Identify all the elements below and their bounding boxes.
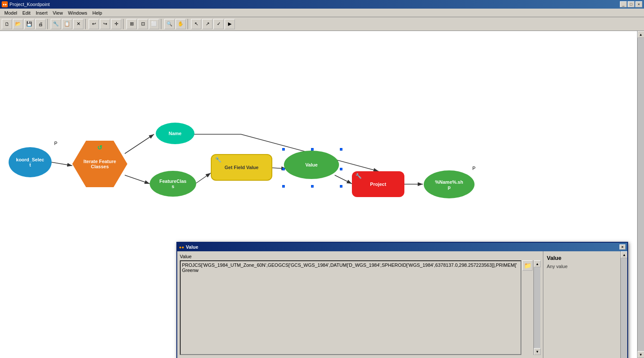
p-label-left: P: [54, 141, 57, 146]
node-name[interactable]: Name: [156, 123, 194, 144]
scroll-up-btn[interactable]: ▲: [534, 260, 541, 267]
selection-handle-mr: [340, 168, 342, 170]
menu-bar: Model Edit Insert View Windows Help: [0, 9, 644, 17]
svg-line-1: [52, 162, 72, 166]
save-button[interactable]: 💾: [24, 19, 34, 29]
sep2: [85, 19, 87, 29]
node-get-field-value[interactable]: 🔧 Get Field Value: [211, 154, 272, 181]
main-scroll-up[interactable]: ▲: [638, 31, 644, 38]
dialog-inner-scrollbar[interactable]: ▲ ▼: [533, 260, 540, 355]
sep1: [47, 19, 49, 29]
sep3: [123, 19, 125, 29]
node-value[interactable]: Value: [284, 151, 339, 179]
svg-line-4: [195, 173, 211, 184]
undo-button[interactable]: ↩: [89, 19, 99, 29]
value-dialog: ●● Value × Value 📁 ▲: [176, 242, 628, 358]
add-element-button[interactable]: ✛: [111, 19, 121, 29]
svg-line-6: [335, 175, 352, 184]
run-button[interactable]: ▶: [225, 19, 235, 29]
dialog-right-scrollbar[interactable]: ▲ ▼: [620, 251, 627, 358]
selection-handle-tl: [282, 148, 285, 151]
menu-insert[interactable]: Insert: [33, 9, 50, 16]
pointer-button[interactable]: ↖: [191, 19, 201, 29]
sep5: [188, 19, 189, 29]
dialog-field-label: Value: [180, 254, 540, 259]
dialog-help-title: Value: [547, 255, 617, 261]
selection-handle-bc: [311, 185, 314, 188]
menu-windows[interactable]: Windows: [65, 9, 90, 16]
close-button[interactable]: ×: [635, 1, 642, 7]
maximize-button[interactable]: □: [628, 1, 635, 7]
copy-button[interactable]: 📋: [62, 19, 72, 29]
svg-line-2: [125, 134, 154, 154]
menu-edit[interactable]: Edit: [20, 9, 33, 16]
node-iterate-feature-classes[interactable]: Iterate Feature Classes ↺: [72, 141, 127, 187]
dialog-input-row: 📁 ▲ ▼: [180, 260, 540, 355]
menu-model[interactable]: Model: [2, 9, 20, 16]
print-button[interactable]: 🖨: [35, 19, 46, 29]
app-icon: ●●: [2, 1, 8, 7]
dialog-title-bar[interactable]: ●● Value ×: [177, 243, 627, 251]
dialog-value-input[interactable]: [180, 260, 521, 355]
open-button[interactable]: 📂: [13, 19, 23, 29]
select-button[interactable]: ⊡: [138, 19, 148, 29]
grid-button[interactable]: ⊞: [126, 19, 137, 29]
delete-button[interactable]: ✕: [73, 19, 83, 29]
node-koord-select[interactable]: koord_Selec t: [9, 147, 52, 177]
node-feature-classes[interactable]: FeatureClas s: [150, 171, 196, 197]
menu-view[interactable]: View: [50, 9, 65, 16]
node-project[interactable]: 🔧 Project: [352, 171, 404, 197]
dialog-browse-button[interactable]: 📁: [522, 260, 533, 271]
right-scroll-up[interactable]: ▲: [621, 251, 627, 258]
window-title: Project_Koordpoint: [9, 2, 50, 7]
diagram-canvas[interactable]: P koord_Selec t Iterate Feature Classes …: [0, 31, 637, 358]
sep4: [161, 19, 163, 29]
main-scroll-down[interactable]: ▼: [638, 351, 644, 358]
dialog-title: Value: [186, 244, 198, 250]
selection-handle-bl: [282, 185, 285, 188]
svg-line-3: [125, 175, 150, 184]
validate-button[interactable]: ✓: [213, 19, 224, 29]
dialog-help-description: Any value: [547, 264, 617, 269]
dialog-body: Value 📁 ▲ ▼ Value: [177, 251, 627, 358]
zoom-in-button[interactable]: ⬜: [149, 19, 159, 29]
selection-handle-br: [340, 185, 342, 188]
connect-button[interactable]: ↗: [202, 19, 213, 29]
new-button[interactable]: 🗋: [2, 19, 12, 29]
minimize-button[interactable]: _: [620, 1, 627, 7]
node-name-output[interactable]: %Name%.sh p: [424, 170, 475, 198]
tools-button[interactable]: 🔧: [51, 19, 61, 29]
redo-button[interactable]: ↪: [100, 19, 110, 29]
main-area: P koord_Selec t Iterate Feature Classes …: [0, 31, 644, 358]
main-scrollbar[interactable]: ▲ ▼: [637, 31, 644, 358]
window-controls[interactable]: _ □ ×: [620, 1, 642, 7]
selection-handle-tr: [340, 148, 342, 151]
p-label-right: P: [472, 166, 475, 171]
title-bar: ●● Project_Koordpoint _ □ ×: [0, 0, 644, 9]
dialog-right-panel: Value Any value: [543, 251, 620, 358]
dialog-left-panel: Value 📁 ▲ ▼: [177, 251, 543, 358]
toolbar: 🗋 📂 💾 🖨 🔧 📋 ✕ ↩ ↪ ✛ ⊞ ⊡ ⬜ 🔍 ✋ ↖ ↗ ✓ ▶: [0, 17, 644, 31]
menu-help[interactable]: Help: [90, 9, 105, 16]
scrollbar-track[interactable]: [638, 38, 644, 351]
zoom-button[interactable]: 🔍: [164, 19, 175, 29]
dialog-close-button[interactable]: ×: [619, 244, 626, 250]
scroll-down-btn[interactable]: ▼: [534, 348, 541, 355]
pan-button[interactable]: ✋: [176, 19, 186, 29]
